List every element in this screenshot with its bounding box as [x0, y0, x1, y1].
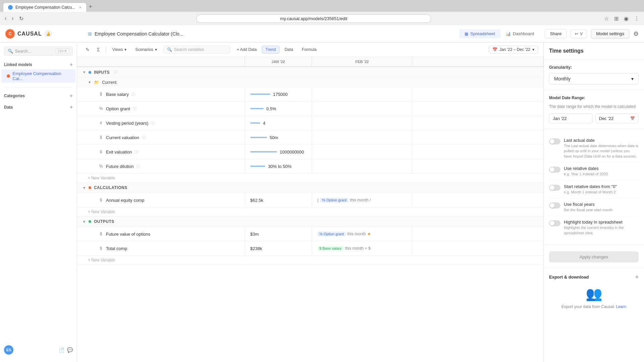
logo-letter: C	[9, 32, 12, 36]
bar-container: 175000	[250, 92, 306, 97]
apply-changes-btn[interactable]: Apply changes	[549, 251, 639, 262]
future-dilution-feb-cell[interactable]	[312, 159, 413, 173]
last-actual-desc: The Last actual date determines when dat…	[564, 143, 639, 159]
refresh-btn[interactable]: ↻	[18, 14, 25, 23]
menu-btn[interactable]: ⋮	[633, 14, 641, 23]
annual-equity-extra-cell	[413, 193, 543, 207]
bar	[250, 122, 260, 124]
dollar-icon: $	[99, 149, 103, 154]
exit-valuation-feb-cell[interactable]	[312, 145, 413, 159]
granularity-section: Granularity: Monthly ▾	[544, 60, 644, 90]
table-row: % Option grant ⓘ 0.5%	[77, 102, 543, 116]
notification-btn[interactable]: 🔔	[45, 30, 52, 38]
search-vars-placeholder: Search variables	[174, 47, 204, 52]
search-vars-icon: 🔍	[167, 47, 172, 52]
search-box[interactable]: 🔍 Search... Ctrl+K	[4, 47, 73, 56]
relative-dates-toggle[interactable]	[549, 167, 560, 173]
option-grant-feb-cell[interactable]	[312, 102, 413, 116]
last-actual-toggle[interactable]	[549, 138, 560, 144]
inputs-section: ▼ INPUTS ⓘ ▼ 📁 Current	[77, 67, 543, 183]
categories-add-btn[interactable]: +	[70, 93, 73, 99]
export-add-icon[interactable]: +	[635, 274, 639, 281]
future-dilution-jan-cell[interactable]: 30% to 50%	[245, 159, 312, 173]
base-salary-jan-cell[interactable]: 175000	[245, 87, 312, 101]
ref-icon: $	[319, 246, 321, 250]
fiscal-years-content: Use fiscal years Set the fiscal year sta…	[564, 202, 613, 213]
share-button[interactable]: Share	[545, 29, 567, 38]
document-icon-btn[interactable]: 📄	[59, 347, 64, 353]
chat-icon-btn[interactable]: 💬	[67, 347, 73, 353]
inputs-section-header[interactable]: ▼ INPUTS ⓘ	[77, 67, 543, 78]
linked-models-add-btn[interactable]: +	[70, 62, 73, 68]
tab-close-btn[interactable]: ×	[79, 5, 81, 9]
data-add-btn[interactable]: +	[70, 104, 73, 110]
current-valuation-jan-cell[interactable]: 50m	[245, 130, 312, 144]
current-valuation-feb-cell[interactable]	[312, 130, 413, 144]
percent-icon: %	[99, 106, 103, 111]
total-comp-jan-cell[interactable]: $238k	[245, 241, 312, 255]
address-bar[interactable]: my.causal.app/models/235651/edit	[196, 14, 431, 23]
extensions-btn[interactable]: ⊞	[613, 14, 620, 23]
new-tab-btn[interactable]: +	[86, 2, 95, 12]
grid-header-row: JAN '22 FEB '22	[77, 57, 543, 67]
outputs-new-variable-btn[interactable]: + New Variable	[77, 256, 543, 265]
views-label: Views	[112, 47, 123, 52]
highlight-today-toggle[interactable]	[549, 220, 560, 226]
table-row: $ Future value of options $3m % Opt	[77, 227, 543, 241]
forward-btn[interactable]: ›	[10, 14, 15, 23]
calculations-section-header[interactable]: ▼ CALCULATIONS	[77, 183, 543, 193]
export-title-text: Export & download	[549, 275, 589, 280]
formula-btn[interactable]: Formula	[298, 46, 320, 54]
start-relative-content: Start relative dates from "0" e.g. Month…	[564, 184, 617, 195]
model-settings-button[interactable]: Model settings	[591, 29, 629, 38]
export-text-content: Export your data from Causal.	[561, 304, 615, 309]
inputs-new-variable-btn[interactable]: + New Variable	[77, 174, 543, 183]
outputs-title: OUTPUTS	[94, 219, 114, 224]
logo-icon: C	[5, 29, 15, 39]
categories-section: Categories +	[0, 90, 77, 102]
trend-btn[interactable]: Trend	[262, 46, 280, 54]
scenarios-btn[interactable]: Scenarios ▾	[131, 46, 160, 54]
base-salary-feb-cell[interactable]	[312, 87, 413, 101]
profile-btn[interactable]: ◉	[623, 14, 630, 23]
sidebar-item-model[interactable]: Employee Compensation Cal...	[1, 69, 75, 83]
tab-spreadsheet[interactable]: ▦ Spreadsheet	[459, 29, 500, 38]
granularity-select[interactable]: Monthly ▾	[549, 73, 639, 84]
fiscal-years-toggle[interactable]	[549, 202, 560, 208]
back-btn[interactable]: ‹	[3, 14, 8, 23]
tab-dashboard[interactable]: 📊 Dashboard	[500, 29, 540, 38]
annual-equity-jan-cell[interactable]: $62.5k	[245, 193, 312, 207]
bookmark-btn[interactable]: ☆	[603, 14, 610, 23]
col-header-name	[77, 57, 245, 66]
current-valuation-name: Current valuation	[106, 135, 139, 140]
gear-settings-button[interactable]: ⚙	[633, 30, 639, 38]
current-group-header[interactable]: ▼ 📁 Current	[77, 78, 543, 87]
table-row: $ Annual equity comp $62.5k ( %	[77, 193, 543, 207]
vesting-feb-cell[interactable]	[312, 116, 413, 130]
table-row: $ Current valuation ⓘ 50m	[77, 130, 543, 145]
highlight-today-content: Highlight today in spreadsheet Highlight…	[564, 220, 639, 236]
option-grant-jan-cell[interactable]: 0.5%	[245, 102, 312, 116]
inputs-dot	[89, 71, 91, 74]
outputs-section-header[interactable]: ▼ OUTPUTS	[77, 217, 543, 227]
export-section: Export & download + 👥 Export your data f…	[544, 268, 644, 320]
sigma-btn[interactable]: Σ	[94, 45, 103, 54]
relative-dates-content: Use relative dates e.g. Year 1 instead o…	[564, 166, 608, 177]
future-value-jan-cell[interactable]: $3m	[245, 227, 312, 241]
data-btn[interactable]: Data	[281, 46, 297, 54]
exit-valuation-jan-cell[interactable]: 1000000000	[245, 145, 312, 159]
search-variables-box[interactable]: 🔍 Search variables	[163, 46, 230, 54]
export-learn-link[interactable]: Learn	[616, 304, 627, 309]
pen-btn[interactable]: ✎	[83, 45, 93, 54]
start-relative-toggle[interactable]	[549, 185, 560, 191]
toolbar-left-group: ✎ Σ Views ▾ Scenarios ▾	[83, 45, 161, 54]
add-data-btn[interactable]: + Add Data	[233, 46, 261, 54]
views-btn[interactable]: Views ▾	[109, 46, 130, 54]
granularity-value: Monthly	[554, 76, 571, 81]
calc-new-variable-btn[interactable]: + New Variable	[77, 207, 543, 217]
versions-button[interactable]: ↩ V	[571, 29, 587, 38]
date-range-btn[interactable]: 📅 Jan '22 – Dec '22 ▾	[489, 46, 538, 54]
vesting-jan-cell[interactable]: 4	[245, 116, 312, 130]
start-date-input[interactable]: Jan '22	[549, 114, 593, 123]
end-date-input[interactable]: Dec '22 📅	[595, 114, 639, 123]
